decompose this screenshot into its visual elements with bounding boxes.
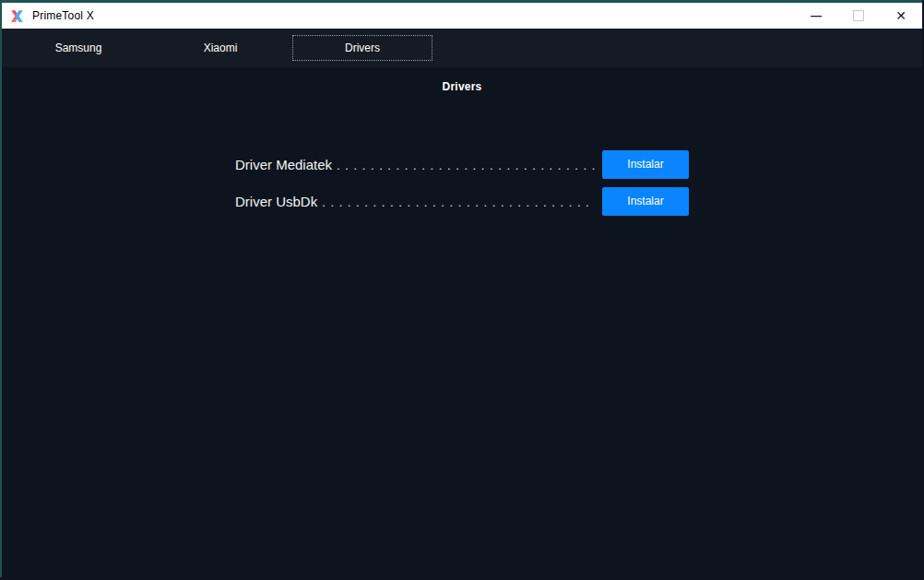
tab-bar: Samsung Xiaomi Drivers <box>2 29 922 67</box>
driver-label: Driver UsbDk <box>235 194 322 209</box>
tab-drivers[interactable]: Drivers <box>292 35 432 61</box>
maximize-button[interactable] <box>837 3 880 29</box>
driver-row-usbdk: Driver UsbDk . . . . . . . . . . . . . .… <box>235 186 689 216</box>
page-title: Drivers <box>2 80 922 93</box>
close-icon: ✕ <box>895 8 906 23</box>
app-window: PrimeTool X — ✕ Samsung Xiaomi Drivers D… <box>0 0 922 577</box>
driver-list: Driver Mediatek . . . . . . . . . . . . … <box>235 149 689 216</box>
minimize-button[interactable]: — <box>795 3 837 29</box>
dotted-leader: . . . . . . . . . . . . . . . . . . . . … <box>322 194 595 209</box>
titlebar-left: PrimeTool X <box>2 8 94 24</box>
install-usbdk-button[interactable]: Instalar <box>602 187 689 216</box>
close-button[interactable]: ✕ <box>880 3 922 29</box>
titlebar: PrimeTool X — ✕ <box>2 3 922 29</box>
window-title: PrimeTool X <box>32 9 94 22</box>
tab-samsung[interactable]: Samsung <box>8 35 148 61</box>
dotted-leader: . . . . . . . . . . . . . . . . . . . . … <box>337 157 595 172</box>
minimize-icon: — <box>811 9 822 22</box>
install-mediatek-button[interactable]: Instalar <box>602 150 689 179</box>
driver-label: Driver Mediatek <box>235 157 337 172</box>
driver-row-mediatek: Driver Mediatek . . . . . . . . . . . . … <box>235 149 689 179</box>
app-logo-icon <box>9 8 25 24</box>
maximize-icon <box>853 10 864 21</box>
drivers-panel: Drivers Driver Mediatek . . . . . . . . … <box>2 67 922 577</box>
tab-xiaomi[interactable]: Xiaomi <box>150 35 290 61</box>
window-controls: — ✕ <box>795 3 922 29</box>
